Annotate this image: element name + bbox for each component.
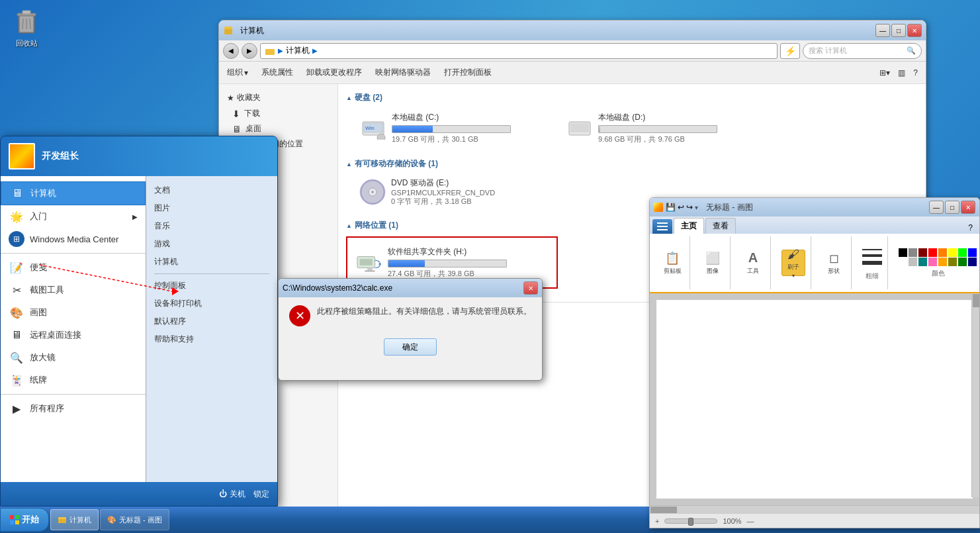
color-yellow[interactable] (948, 248, 957, 257)
paint-canvas-area[interactable] (650, 293, 979, 505)
color-orange2[interactable] (938, 258, 947, 266)
taskbar-explorer-icon (58, 515, 67, 524)
favorites-section[interactable]: ★ 收藏夹 (219, 89, 337, 106)
paint-redo-icon[interactable]: ↪ (686, 203, 693, 212)
sm-item-rdp[interactable]: 🖥 远程桌面连接 (1, 324, 146, 346)
color-white[interactable] (899, 258, 907, 266)
color-pink[interactable] (928, 258, 937, 266)
paint-undo-icon[interactable]: ↩ (678, 203, 684, 212)
sm-right-computer[interactable]: 计算机 (146, 253, 277, 271)
paint-close-button[interactable]: ✕ (961, 201, 975, 214)
color-orange[interactable] (938, 248, 947, 257)
brush-icon: 🖌 (787, 248, 799, 262)
color-teal[interactable] (918, 258, 927, 266)
sm-right-doc[interactable]: 文档 (146, 181, 277, 199)
taskbar-paint[interactable]: 🎨 无标题 - 画图 (100, 509, 169, 530)
lock-button[interactable]: 锁定 (253, 489, 269, 500)
color-navy[interactable] (968, 258, 977, 266)
paint-vscrollbar[interactable] (971, 293, 979, 497)
paint-menu-icon[interactable] (652, 219, 672, 234)
help-button[interactable]: ? (911, 67, 920, 79)
color-blue[interactable] (968, 248, 977, 257)
organize-button[interactable]: 组织 ▾ (224, 66, 251, 79)
forward-button[interactable]: ▶ (242, 43, 257, 59)
search-field[interactable]: 搜索 计算机 🔍 (803, 43, 922, 59)
clipboard-icon: 📋 (665, 251, 680, 266)
paint-zoom-handle[interactable] (688, 518, 693, 526)
dialog-close-button[interactable]: ✕ (523, 281, 538, 295)
brush-tool[interactable]: 🖌 刷子 ▾ (781, 250, 805, 276)
paint-hscrollbar[interactable] (650, 505, 979, 513)
paint-hscroll-thumb[interactable] (650, 507, 677, 513)
paint-maximize-button[interactable]: □ (945, 201, 959, 214)
nav-download[interactable]: ⬇ 下载 (219, 106, 337, 121)
shutdown-button[interactable]: ⏻ 关机 (219, 489, 245, 500)
recycle-bin[interactable]: 回收站 (7, 7, 46, 48)
sm-right-game[interactable]: 游戏 (146, 235, 277, 253)
disk-c[interactable]: Win 本地磁盘 (C:) 19.7 GB 可用，共 30.1 GB (357, 109, 555, 148)
go-button[interactable]: ⚡ (780, 43, 800, 59)
color-silver[interactable] (909, 258, 917, 266)
sm-item-paint[interactable]: 🎨 画图 (1, 301, 146, 324)
dvd-drive[interactable]: DVD 驱动器 (E:) GSP1RMCULXFRER_CN_DVD 0 字节 … (357, 175, 498, 209)
sm-item-snip[interactable]: ✂ 截图工具 (1, 279, 146, 301)
network-drive[interactable]: 软件组共享文件夹 (H:) 27.4 GB 可用，共 39.8 GB (353, 243, 551, 282)
sm-item-intro[interactable]: 🌟 入门 ▶ (1, 205, 146, 228)
color-gray[interactable] (909, 248, 917, 257)
sm-right-devices[interactable]: 设备和打印机 (146, 295, 277, 313)
sm-right-default[interactable]: 默认程序 (146, 313, 277, 330)
paint-zoom-slider[interactable] (664, 518, 717, 524)
color-black[interactable] (899, 248, 907, 257)
paint-minimize-button[interactable]: — (929, 201, 944, 214)
paint-canvas[interactable] (656, 300, 973, 499)
taskbar-explorer[interactable]: 计算机 (50, 509, 99, 530)
clipboard-tool[interactable]: 📋 剪贴板 (660, 250, 684, 276)
tools-tool[interactable]: A 工具 (741, 250, 765, 276)
shape-tool[interactable]: ◻ 形状 (822, 250, 846, 276)
sm-item-sticky[interactable]: 📝 便笺 (1, 256, 146, 279)
sm-item-wmc[interactable]: ⊞ Windows Media Center (1, 228, 146, 250)
address-field[interactable]: ▶ 计算机 ▶ (260, 43, 778, 59)
color-darkred[interactable] (918, 248, 927, 257)
open-cp-button[interactable]: 打开控制面板 (441, 66, 494, 79)
paint-vscroll-thumb[interactable] (973, 294, 979, 307)
sm-right-picture[interactable]: 图片 (146, 199, 277, 217)
paint-zoom-plus[interactable]: + (655, 517, 659, 525)
width-medium[interactable] (862, 254, 882, 257)
color-olive[interactable] (948, 258, 957, 266)
image-tool[interactable]: ⬜ 图像 (701, 250, 725, 276)
width-thick[interactable] (862, 261, 882, 265)
properties-button[interactable]: 系统属性 (259, 66, 296, 79)
paint-zoom-minus[interactable]: — (747, 517, 754, 525)
uninstall-button[interactable]: 卸载或更改程序 (304, 66, 365, 79)
nav-desktop[interactable]: 🖥 桌面 (219, 121, 337, 136)
maximize-button[interactable]: □ (891, 24, 906, 37)
svg-rect-22 (360, 259, 373, 266)
back-button[interactable]: ◀ (223, 43, 239, 59)
sm-item-solitaire[interactable]: 🃏 纸牌 (1, 369, 146, 391)
color-red[interactable] (928, 248, 937, 257)
dialog-ok-button[interactable]: 确定 (384, 338, 437, 356)
color-green[interactable] (958, 248, 967, 257)
paint-tab-view[interactable]: 查看 (705, 218, 736, 234)
view-options-button[interactable]: ⊞▾ (877, 67, 893, 79)
sm-item-magnifier[interactable]: 🔍 放大镜 (1, 346, 146, 369)
dvd-icon (359, 179, 386, 205)
width-thin[interactable] (862, 249, 882, 250)
svg-line-4 (22, 19, 23, 29)
details-pane-button[interactable]: ▥ (895, 67, 908, 79)
disk-d[interactable]: 本地磁盘 (D:) 9.68 GB 可用，共 9.76 GB (563, 109, 762, 148)
minimize-button[interactable]: — (875, 24, 890, 37)
sm-right-help[interactable]: 帮助和支持 (146, 330, 277, 348)
sm-item-computer[interactable]: 🖥 计算机 (1, 181, 146, 205)
sm-item-all-programs[interactable]: ▶ 所有程序 (1, 397, 146, 420)
paint-tab-home[interactable]: 主页 (674, 218, 704, 234)
sm-right-cp[interactable]: 控制面板 (146, 277, 277, 295)
close-button[interactable]: ✕ (907, 24, 922, 37)
map-drive-button[interactable]: 映射网络驱动器 (373, 66, 433, 79)
sm-right-music[interactable]: 音乐 (146, 217, 277, 235)
paint-help-button[interactable]: ? (964, 222, 977, 234)
paint-save-icon[interactable]: 💾 (666, 203, 676, 212)
start-button[interactable]: 开始 (0, 508, 49, 532)
color-darkgreen[interactable] (958, 258, 967, 266)
